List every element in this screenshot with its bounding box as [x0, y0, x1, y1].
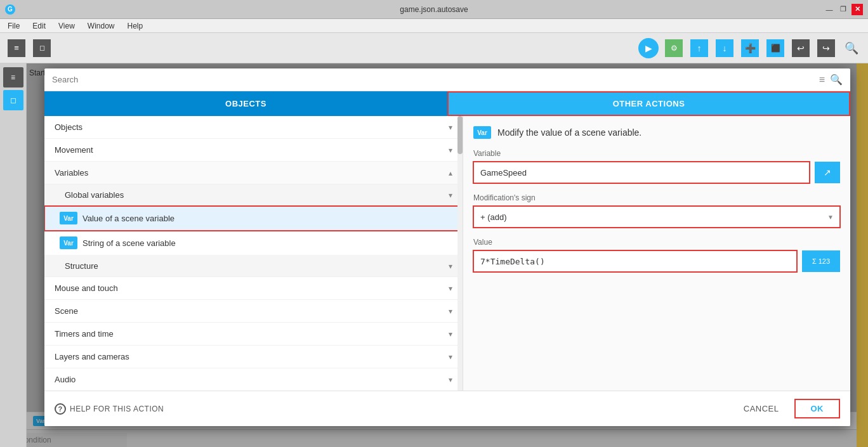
help-text: HELP FOR THIS ACTION [70, 405, 164, 413]
menu-bar: File Edit View Window Help [0, 19, 868, 33]
sigma-icon: Σ [812, 257, 817, 265]
filter-icon[interactable]: ≡ [819, 74, 825, 86]
category-structure[interactable]: Structure ▾ [44, 256, 463, 277]
toolbar-btn-4[interactable]: ➕ [739, 37, 761, 60]
toolbar-btn-6[interactable]: ↩ [789, 37, 812, 60]
chevron-movement: ▾ [449, 146, 452, 155]
variable-open-btn[interactable]: ↗ [815, 162, 840, 183]
tab-other-actions[interactable]: OTHER ACTIONS [447, 91, 850, 116]
sidebar-icon-2[interactable]: ◻ [3, 90, 23, 110]
expr-btn[interactable]: Σ 123 [802, 250, 840, 272]
sub-item-string-scene-var[interactable]: Var String of a scene variable [44, 231, 463, 256]
toolbar-btn-5[interactable]: ⬛ [764, 37, 787, 60]
search-toolbar-btn[interactable]: 🔍 [840, 37, 863, 60]
category-global-variables[interactable]: Global variables ▾ [44, 185, 463, 206]
modification-sign-select[interactable]: + (add) - (subtract) * (multiply) / (div… [473, 206, 840, 228]
modal-overlay: ≡ 🔍 OBJECTS OTHER ACTIONS Objects ▾ [27, 63, 868, 447]
modal-footer: ? HELP FOR THIS ACTION CANCEL OK [44, 391, 850, 426]
variable-field: Variable ↗ [473, 149, 840, 183]
ok-button[interactable]: OK [794, 399, 841, 418]
modal-search-bar: ≡ 🔍 [44, 68, 850, 91]
variable-label: Variable [473, 149, 840, 158]
chevron-variables: ▴ [449, 169, 452, 178]
footer-buttons: CANCEL OK [733, 399, 840, 418]
scroll-track [457, 116, 463, 391]
scene-btn[interactable]: ◻ [30, 37, 53, 60]
modification-sign-wrapper: + (add) - (subtract) * (multiply) / (div… [473, 206, 840, 228]
help-icon: ? [55, 403, 66, 415]
menu-window[interactable]: Window [82, 20, 120, 32]
chevron-structure: ▾ [449, 262, 452, 271]
category-objects[interactable]: Objects ▾ [44, 116, 463, 139]
menu-file[interactable]: File [3, 20, 25, 32]
chevron-global-vars: ▾ [449, 191, 452, 200]
modal-body: Objects ▾ Movement ▾ Variables ▴ [44, 116, 850, 391]
category-mouse-touch[interactable]: Mouse and touch ▾ [44, 277, 463, 300]
content-area: Start Var Do + 7*TimeDelta() to scene va… [27, 63, 868, 447]
title-bar: G game.json.autosave — ❐ ✕ [0, 0, 868, 19]
categories-panel: Objects ▾ Movement ▾ Variables ▴ [44, 116, 463, 391]
action-panel: Var Modify the value of a scene variable… [463, 116, 850, 391]
value-label: Value [473, 238, 840, 247]
toolbar: ≡ ◻ ▶ ⚙ ↑ ↓ ➕ ⬛ ↩ ↪ 🔍 [0, 33, 868, 63]
category-layers[interactable]: Layers and cameras ▾ [44, 346, 463, 368]
left-sidebar: ≡ ◻ [0, 63, 27, 447]
search-input[interactable] [52, 75, 814, 84]
chevron-scene: ▾ [449, 307, 452, 316]
title-bar-left: G [5, 4, 15, 15]
toolbar-btn-1[interactable]: ⚙ [662, 37, 685, 60]
value-field: Value Σ 123 [473, 238, 840, 272]
var-badge-value: Var [60, 212, 77, 224]
category-variables[interactable]: Variables ▴ [44, 162, 463, 185]
maximize-button[interactable]: ❐ [838, 4, 849, 15]
category-scene[interactable]: Scene ▾ [44, 300, 463, 323]
search-icon[interactable]: 🔍 [830, 74, 843, 86]
menu-help[interactable]: Help [122, 20, 148, 32]
toolbar-btn-3[interactable]: ↓ [713, 37, 736, 60]
tab-objects[interactable]: OBJECTS [44, 91, 447, 116]
minimize-button[interactable]: — [824, 4, 835, 15]
action-title: Modify the value of a scene variable. [497, 127, 641, 138]
modification-sign-label: Modification's sign [473, 193, 840, 202]
play-button[interactable]: ▶ [637, 37, 660, 60]
category-timers[interactable]: Timers and time ▾ [44, 323, 463, 346]
menu-view[interactable]: View [53, 20, 80, 32]
menu-edit[interactable]: Edit [27, 20, 51, 32]
chevron-objects: ▾ [449, 123, 452, 132]
sub-item-value-scene-var[interactable]: Var Value of a scene variable [44, 206, 463, 231]
window-title: game.json.autosave [400, 5, 468, 14]
action-var-badge: Var [473, 126, 491, 139]
modal-tabs: OBJECTS OTHER ACTIONS [44, 91, 850, 116]
modification-sign-row: + (add) - (subtract) * (multiply) / (div… [473, 206, 840, 228]
scroll-thumb[interactable] [457, 116, 463, 154]
variable-input-row: ↗ [473, 162, 840, 183]
cancel-button[interactable]: CANCEL [733, 399, 789, 418]
app-icon: G [5, 4, 15, 15]
value-input[interactable] [473, 250, 797, 272]
sidebar-icon-1[interactable]: ≡ [3, 67, 23, 87]
expr-label: 123 [819, 257, 830, 265]
category-audio[interactable]: Audio ▾ [44, 368, 463, 391]
category-movement[interactable]: Movement ▾ [44, 139, 463, 162]
search-toolbar-icon: 🔍 [845, 41, 858, 55]
modification-sign-field: Modification's sign + (add) - (subtract)… [473, 193, 840, 228]
toolbar-btn-7[interactable]: ↪ [815, 37, 838, 60]
toolbar-btn-2[interactable]: ↑ [688, 37, 711, 60]
window-controls: — ❐ ✕ [824, 4, 863, 15]
action-header: Var Modify the value of a scene variable… [473, 126, 840, 139]
chevron-timers: ▾ [449, 330, 452, 339]
chevron-mouse-touch: ▾ [449, 284, 452, 293]
value-input-row: Σ 123 [473, 250, 840, 272]
sidebar-toggle-btn[interactable]: ≡ [5, 37, 28, 60]
help-link[interactable]: ? HELP FOR THIS ACTION [55, 403, 164, 415]
modal-dialog: ≡ 🔍 OBJECTS OTHER ACTIONS Objects ▾ [44, 68, 850, 426]
chevron-layers: ▾ [449, 353, 452, 361]
variable-input[interactable] [473, 162, 810, 183]
close-button[interactable]: ✕ [852, 4, 863, 15]
chevron-audio: ▾ [449, 375, 452, 384]
var-badge-string: Var [60, 236, 77, 249]
main-area: ≡ ◻ Start Var Do + 7*TimeDelta() to scen… [0, 63, 868, 447]
